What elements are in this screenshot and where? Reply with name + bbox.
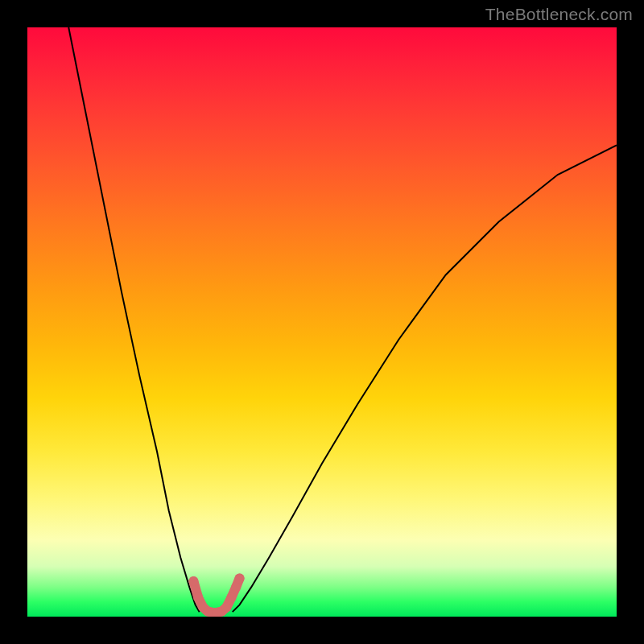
series-left-branch — [68, 27, 200, 612]
valley-dot — [231, 582, 241, 592]
series-right-branch — [233, 145, 617, 612]
valley-dot — [193, 593, 203, 603]
valley-dot — [221, 602, 231, 612]
series-group — [68, 27, 617, 617]
plot-area — [27, 27, 617, 617]
valley-dot — [188, 576, 198, 586]
valley-dot — [226, 593, 236, 603]
valley-dot — [235, 573, 245, 583]
chart-frame: TheBottleneck.com — [0, 0, 644, 644]
watermark-text: TheBottleneck.com — [485, 5, 633, 24]
chart-svg — [27, 27, 617, 617]
